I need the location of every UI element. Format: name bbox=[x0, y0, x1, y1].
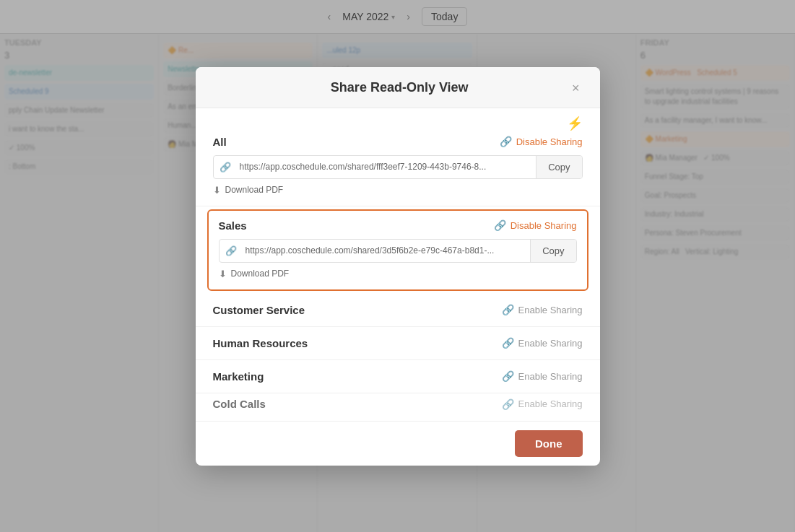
broken-link-icon-all: 🔗 bbox=[500, 136, 512, 147]
share-section-cold-calls: Cold Calls 🔗 Enable Sharing bbox=[196, 393, 600, 415]
download-label-all: Download PDF bbox=[225, 185, 284, 195]
download-icon-sales: ⬇ bbox=[219, 269, 227, 279]
section-name-hr: Human Resources bbox=[213, 337, 308, 349]
share-section-all: All 🔗 Disable Sharing 🔗 https://app.cosc… bbox=[196, 136, 600, 206]
share-section-marketing: Marketing 🔗 Enable Sharing bbox=[196, 360, 600, 393]
section-name-cold-calls: Cold Calls bbox=[213, 398, 266, 410]
share-section-human-resources: Human Resources 🔗 Enable Sharing bbox=[196, 327, 600, 360]
link-icon-marketing: 🔗 bbox=[502, 370, 514, 382]
broken-link-icon-sales: 🔗 bbox=[494, 219, 506, 231]
share-section-sales: Sales 🔗 Disable Sharing 🔗 https://app.co… bbox=[207, 209, 588, 291]
done-button[interactable]: Done bbox=[515, 430, 583, 457]
enable-sharing-button-hr[interactable]: 🔗 Enable Sharing bbox=[502, 337, 583, 349]
url-row-sales: 🔗 https://app.coschedule.com/shared/3d5f… bbox=[219, 239, 577, 263]
section-name-all: All bbox=[213, 136, 227, 148]
close-button[interactable]: × bbox=[569, 80, 583, 96]
enable-sharing-button-cold-calls[interactable]: 🔗 Enable Sharing bbox=[502, 398, 583, 410]
section-top-sales: Sales 🔗 Disable Sharing bbox=[219, 219, 577, 232]
url-row-all: 🔗 https://app.coschedule.com/shared/fff3… bbox=[213, 155, 583, 179]
modal-title: Share Read-Only View bbox=[230, 80, 569, 95]
share-section-customer-service: Customer Service 🔗 Enable Sharing bbox=[196, 294, 600, 327]
modal-header: Share Read-Only View × bbox=[196, 67, 600, 108]
download-row-sales[interactable]: ⬇ Download PDF bbox=[219, 269, 577, 279]
modal-overlay: Share Read-Only View × ⚡ All 🔗 Disable S… bbox=[0, 0, 795, 532]
enable-sharing-button-marketing[interactable]: 🔗 Enable Sharing bbox=[502, 370, 583, 382]
link-icon-hr: 🔗 bbox=[502, 337, 514, 349]
disable-sharing-label-all: Disable Sharing bbox=[516, 136, 583, 147]
modal-footer: Done bbox=[196, 421, 600, 466]
download-icon-all: ⬇ bbox=[213, 185, 221, 196]
link-icon-cold-calls: 🔗 bbox=[502, 398, 514, 410]
copy-button-all[interactable]: Copy bbox=[536, 156, 581, 178]
section-name-sales: Sales bbox=[219, 219, 247, 232]
enable-sharing-label-hr: Enable Sharing bbox=[518, 338, 583, 349]
link-icon-sales: 🔗 bbox=[220, 245, 243, 256]
modal-body: ⚡ All 🔗 Disable Sharing 🔗 https://app.co… bbox=[196, 108, 600, 421]
disable-sharing-label-sales: Disable Sharing bbox=[511, 220, 577, 231]
enable-sharing-label-cold-calls: Enable Sharing bbox=[518, 398, 583, 409]
download-row-all[interactable]: ⬇ Download PDF bbox=[213, 185, 583, 196]
lightning-row: ⚡ bbox=[196, 108, 600, 136]
url-text-sales: https://app.coschedule.com/shared/3d5f6b… bbox=[243, 240, 531, 261]
enable-sharing-label-marketing: Enable Sharing bbox=[518, 371, 583, 382]
section-top-all: All 🔗 Disable Sharing bbox=[213, 136, 583, 148]
copy-button-sales[interactable]: Copy bbox=[530, 240, 575, 262]
link-icon-cs: 🔗 bbox=[502, 304, 514, 315]
enable-sharing-button-cs[interactable]: 🔗 Enable Sharing bbox=[502, 304, 583, 315]
disable-sharing-button-all[interactable]: 🔗 Disable Sharing bbox=[500, 136, 583, 147]
section-name-marketing: Marketing bbox=[213, 370, 264, 383]
url-text-all: https://app.coschedule.com/shared/fff3ee… bbox=[237, 156, 536, 178]
disable-sharing-button-sales[interactable]: 🔗 Disable Sharing bbox=[494, 219, 577, 231]
share-modal: Share Read-Only View × ⚡ All 🔗 Disable S… bbox=[196, 67, 600, 466]
link-icon-all: 🔗 bbox=[214, 162, 237, 173]
lightning-icon: ⚡ bbox=[567, 115, 583, 131]
enable-sharing-label-cs: Enable Sharing bbox=[518, 305, 583, 315]
section-name-cs: Customer Service bbox=[213, 304, 305, 316]
download-label-sales: Download PDF bbox=[231, 269, 290, 279]
